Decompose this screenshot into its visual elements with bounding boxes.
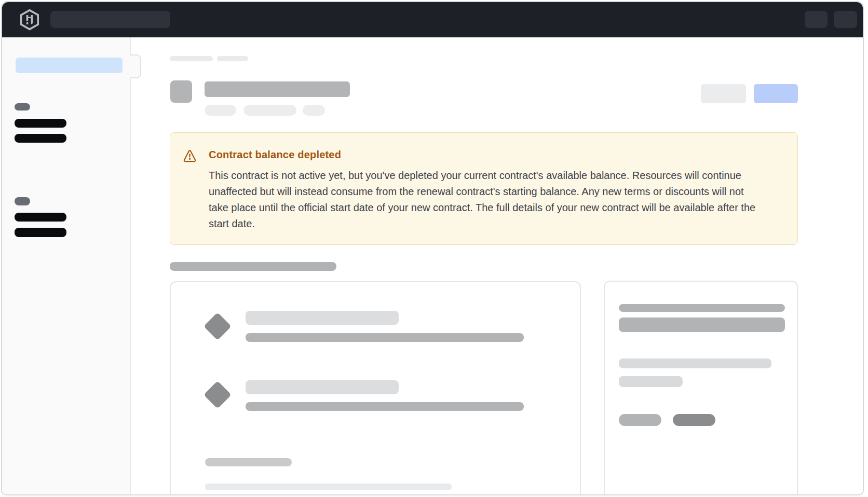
breadcrumb-skeleton — [217, 56, 248, 61]
resource-name-skeleton — [246, 380, 399, 394]
sidebar-group-label-skeleton — [15, 197, 30, 205]
top-navbar — [2, 2, 863, 37]
sidebar-item-skeleton — [15, 213, 66, 222]
meta-pill-skeleton — [205, 105, 236, 116]
search-input[interactable] — [50, 11, 170, 28]
hashicorp-logo-icon — [19, 9, 40, 31]
primary-action-button[interactable] — [754, 84, 798, 103]
warning-triangle-icon — [183, 149, 197, 163]
sidebar-item-selected[interactable] — [16, 58, 123, 73]
sidebar-item-skeleton — [15, 134, 66, 143]
help-menu-button[interactable] — [805, 11, 828, 28]
secondary-action-button[interactable] — [701, 84, 746, 103]
summary-card — [604, 281, 798, 495]
summary-title-skeleton — [619, 304, 785, 312]
label-skeleton — [205, 458, 292, 466]
contract-balance-alert: Contract balance depleted This contract … — [170, 132, 798, 245]
sidebar-item-skeleton — [15, 119, 66, 128]
resources-card — [170, 281, 581, 495]
alert-body: This contract is not active yet, but you… — [209, 168, 759, 232]
resource-detail-skeleton — [246, 333, 524, 342]
user-menu-button[interactable] — [834, 11, 857, 28]
tag-pill-skeleton — [619, 414, 661, 426]
page-icon-skeleton — [170, 80, 192, 103]
page-title-skeleton — [205, 81, 350, 97]
app-window: Contract balance depleted This contract … — [1, 1, 864, 495]
summary-line-skeleton — [619, 358, 771, 368]
meta-pill-skeleton — [243, 105, 296, 116]
sidebar-group-label-skeleton — [15, 103, 30, 111]
resource-diamond-icon — [204, 312, 232, 340]
resource-name-skeleton — [246, 311, 399, 325]
breadcrumb-skeleton — [170, 56, 213, 61]
alert-title: Contract balance depleted — [209, 149, 341, 161]
row-skeleton — [205, 484, 452, 490]
meta-pill-skeleton — [303, 105, 325, 116]
sidebar — [2, 37, 131, 494]
resource-diamond-icon — [204, 381, 232, 409]
sidebar-item-skeleton — [15, 228, 66, 237]
summary-line-skeleton — [619, 376, 683, 387]
summary-heading-skeleton — [619, 317, 785, 332]
tag-pill-skeleton — [673, 414, 715, 426]
resource-detail-skeleton — [246, 402, 524, 411]
section-title-skeleton — [170, 262, 336, 271]
sidebar-collapse-handle[interactable] — [130, 54, 141, 78]
main-content: Contract balance depleted This contract … — [131, 37, 863, 494]
